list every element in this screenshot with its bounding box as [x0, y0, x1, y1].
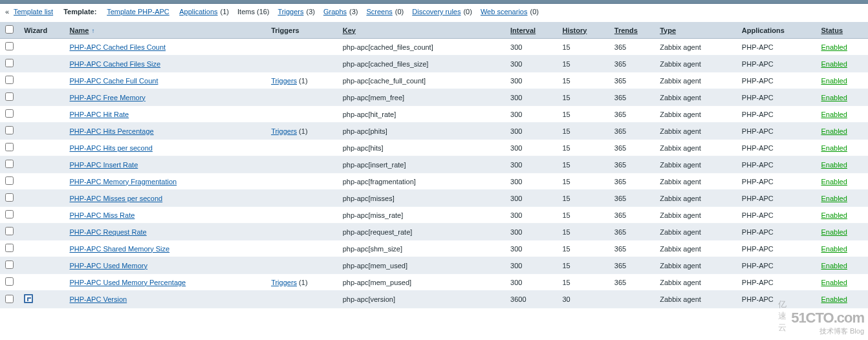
breadcrumb-link[interactable]: Web scenarios	[481, 8, 528, 16]
wizard-icon[interactable]	[24, 294, 33, 303]
template-name-link[interactable]: Template PHP-APC	[107, 8, 169, 16]
status-link[interactable]: Enabled	[821, 161, 847, 169]
header-type[interactable]: Type	[655, 22, 737, 39]
row-checkbox[interactable]	[5, 109, 14, 118]
row-checkbox[interactable]	[5, 76, 14, 84]
status-link[interactable]: Enabled	[821, 127, 847, 135]
breadcrumb-link[interactable]: Graphs	[323, 8, 347, 16]
cell-interval: 300	[505, 56, 557, 72]
cell-history: 15	[557, 106, 609, 123]
row-checkbox[interactable]	[5, 227, 14, 235]
row-checkbox[interactable]	[5, 176, 14, 185]
row-checkbox[interactable]	[5, 277, 14, 286]
header-trends-link[interactable]: Trends	[614, 27, 638, 34]
breadcrumb-link[interactable]: Triggers	[278, 8, 304, 16]
status-link[interactable]: Enabled	[821, 144, 847, 152]
breadcrumb-link[interactable]: Screens	[366, 8, 392, 16]
item-name-link[interactable]: PHP-APC Cached Files Count	[70, 43, 166, 51]
item-name-link[interactable]: PHP-APC Version	[70, 295, 127, 303]
row-checkbox[interactable]	[5, 244, 14, 252]
item-name-link[interactable]: PHP-APC Hits per second	[70, 144, 153, 152]
status-link[interactable]: Enabled	[821, 43, 847, 51]
row-checkbox[interactable]	[5, 160, 14, 168]
status-link[interactable]: Enabled	[821, 228, 847, 236]
header-key[interactable]: Key	[338, 22, 505, 39]
item-name-link[interactable]: PHP-APC Misses per second	[70, 195, 163, 202]
header-history-link[interactable]: History	[562, 27, 587, 34]
header-history[interactable]: History	[557, 22, 609, 39]
cell-apps: PHP-APC	[737, 240, 816, 257]
row-checkbox[interactable]	[5, 42, 14, 50]
cell-apps: PHP-APC	[737, 274, 816, 291]
item-name-link[interactable]: PHP-APC Free Memory	[70, 94, 146, 101]
cell-interval: 300	[505, 207, 557, 224]
select-all-checkbox[interactable]	[5, 25, 14, 34]
item-name-link[interactable]: PHP-APC Cached Files Size	[70, 60, 161, 68]
table-header-row: Wizard Name↑ Triggers Key Interval Histo…	[0, 22, 868, 39]
header-trends[interactable]: Trends	[609, 22, 655, 39]
item-name-link[interactable]: PHP-APC Memory Fragmentation	[70, 178, 177, 186]
status-link[interactable]: Enabled	[821, 111, 847, 118]
cell-history: 15	[557, 207, 609, 224]
item-name-link[interactable]: PHP-APC Used Memory Percentage	[70, 279, 186, 286]
row-checkbox[interactable]	[5, 59, 14, 67]
row-checkbox[interactable]	[5, 126, 14, 134]
breadcrumb-link[interactable]: Applications	[179, 8, 217, 16]
item-name-link[interactable]: PHP-APC Request Rate	[70, 228, 147, 236]
breadcrumb-link[interactable]: Discovery rules	[412, 8, 461, 16]
cell-interval: 300	[505, 106, 557, 123]
header-interval-link[interactable]: Interval	[510, 27, 536, 34]
header-triggers: Triggers	[266, 22, 338, 39]
triggers-link[interactable]: Triggers	[271, 77, 297, 85]
cell-apps: PHP-APC	[737, 56, 816, 72]
row-checkbox[interactable]	[5, 260, 14, 269]
triggers-link[interactable]: Triggers	[271, 127, 297, 135]
header-key-link[interactable]: Key	[343, 27, 356, 34]
cell-apps: PHP-APC	[737, 72, 816, 89]
cell-key: php-apc[shm_size]	[338, 240, 505, 257]
status-link[interactable]: Enabled	[821, 195, 847, 202]
item-name-link[interactable]: PHP-APC Insert Rate	[70, 161, 138, 169]
cell-key: php-apc[hits]	[338, 140, 505, 156]
item-name-link[interactable]: PHP-APC Shared Memory Size	[70, 245, 170, 253]
breadcrumb-count: (3)	[349, 8, 358, 16]
status-link[interactable]: Enabled	[821, 77, 847, 85]
row-checkbox[interactable]	[5, 193, 14, 202]
template-list-link[interactable]: Template list	[14, 8, 53, 16]
header-interval[interactable]: Interval	[505, 22, 557, 39]
status-link[interactable]: Enabled	[821, 60, 847, 68]
status-link[interactable]: Enabled	[821, 94, 847, 101]
cell-trends: 365	[609, 72, 655, 89]
table-row: PHP-APC Used Memoryphp-apc[mem_used]3001…	[0, 257, 868, 274]
status-link[interactable]: Enabled	[821, 279, 847, 286]
status-link[interactable]: Enabled	[821, 262, 847, 270]
row-checkbox[interactable]	[5, 143, 14, 151]
cell-key: php-apc[phits]	[338, 123, 505, 140]
triggers-link[interactable]: Triggers	[271, 279, 297, 286]
header-name[interactable]: Name↑	[65, 22, 266, 39]
cell-trends: 365	[609, 56, 655, 72]
cell-key: php-apc[hit_rate]	[338, 106, 505, 123]
header-status[interactable]: Status	[816, 22, 868, 39]
cell-apps: PHP-APC	[737, 224, 816, 240]
cell-interval: 300	[505, 156, 557, 173]
header-type-link[interactable]: Type	[660, 27, 676, 34]
row-checkbox[interactable]	[5, 92, 14, 101]
item-name-link[interactable]: PHP-APC Hits Percentage	[70, 127, 154, 135]
status-link[interactable]: Enabled	[821, 295, 847, 303]
status-link[interactable]: Enabled	[821, 211, 847, 219]
item-name-link[interactable]: PHP-APC Miss Rate	[70, 211, 135, 219]
item-name-link[interactable]: PHP-APC Used Memory	[70, 262, 147, 270]
header-status-link[interactable]: Status	[821, 27, 843, 34]
header-checkbox-cell	[0, 22, 19, 39]
item-name-link[interactable]: PHP-APC Cache Full Count	[70, 77, 158, 85]
status-link[interactable]: Enabled	[821, 178, 847, 186]
row-checkbox[interactable]	[5, 210, 14, 218]
cell-type: Zabbix agent	[655, 274, 737, 291]
row-checkbox[interactable]	[5, 295, 14, 303]
item-name-link[interactable]: PHP-APC Hit Rate	[70, 111, 129, 118]
status-link[interactable]: Enabled	[821, 245, 847, 253]
cell-apps: PHP-APC	[737, 207, 816, 224]
cell-type: Zabbix agent	[655, 207, 737, 224]
header-name-link[interactable]: Name	[70, 27, 89, 34]
